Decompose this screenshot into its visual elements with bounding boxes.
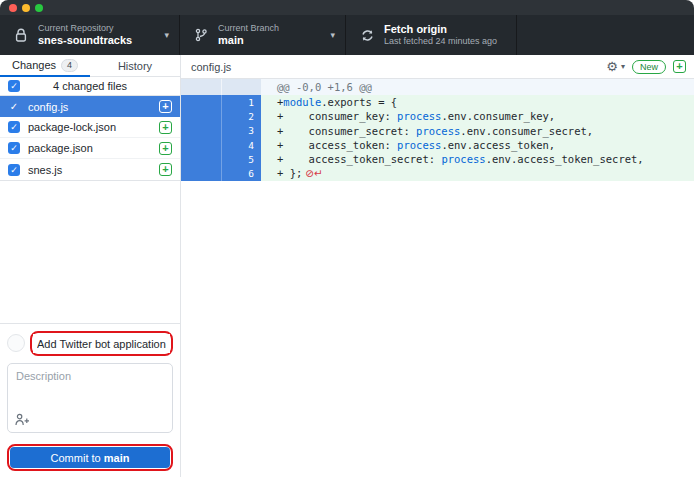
diff-line-code: + consumer_key: process.env.consumer_key… [261, 109, 694, 123]
commit-button-prefix: Commit to [51, 452, 101, 464]
tab-changes[interactable]: Changes 4 [0, 55, 90, 77]
added-status-icon: + [159, 100, 172, 113]
tab-history-label: History [118, 60, 152, 72]
new-file-badge: New [632, 60, 666, 74]
file-row[interactable]: ✓snes.js+ [0, 159, 180, 180]
commit-summary-row [7, 331, 173, 357]
file-name: config.js [28, 101, 151, 113]
diff-line: 5+ access_token_secret: process.env.acce… [181, 152, 694, 166]
tab-changes-label: Changes [12, 59, 56, 71]
diff-line: 3+ consumer_secret: process.env.consumer… [181, 124, 694, 138]
diff-line-gutter[interactable]: 5 [181, 152, 261, 166]
chevron-down-icon: ▾ [164, 30, 169, 40]
commit-button[interactable]: Commit to main [10, 447, 170, 468]
hunk-header-row: @@ -0,0 +1,6 @@ [181, 79, 694, 95]
sidebar-tabs: Changes 4 History [0, 55, 180, 77]
diff-line: 6+ };⊘↵ [181, 166, 694, 180]
commit-summary-input[interactable] [33, 334, 170, 353]
branch-label: Current Branch [218, 23, 324, 34]
changed-files-count: 4 changed files [53, 80, 127, 92]
added-status-icon: + [159, 142, 172, 155]
current-branch-dropdown[interactable]: Current Branch main ▾ [180, 15, 346, 55]
toolbar-filler [517, 15, 694, 55]
file-name: snes.js [28, 164, 151, 176]
chevron-down-icon: ▾ [621, 62, 625, 71]
tab-history[interactable]: History [90, 55, 180, 77]
diff-line-code: + access_token_secret: process.env.acces… [261, 152, 694, 166]
commit-form: Commit to main [0, 323, 180, 477]
diff-header: config.js ⚙▾ New + [181, 55, 694, 79]
branch-name: main [218, 34, 324, 47]
fetch-origin-button[interactable]: Fetch origin Last fetched 24 minutes ago [346, 15, 517, 55]
diff-line-code: +module.exports = { [261, 95, 694, 109]
diff-line-gutter[interactable]: 4 [181, 138, 261, 152]
file-checkbox[interactable]: ✓ [8, 142, 20, 154]
annotation-highlight-commit-button: Commit to main [7, 444, 173, 471]
zoom-button[interactable] [35, 4, 43, 12]
diff-line-code: + consumer_secret: process.env.consumer_… [261, 124, 694, 138]
new-line-number: 6 [248, 168, 254, 179]
diff-line-gutter[interactable]: 3 [181, 124, 261, 138]
hunk-header-text: @@ -0,0 +1,6 @@ [261, 79, 694, 95]
select-all-checkbox[interactable]: ✓ [8, 80, 20, 92]
diff-options-button[interactable]: ⚙▾ [606, 59, 625, 74]
diff-line-code: + access_token: process.env.access_token… [261, 138, 694, 152]
diff-line-gutter[interactable]: 6 [181, 166, 261, 180]
file-name: package.json [28, 142, 151, 154]
diff-line: 4+ access_token: process.env.access_toke… [181, 138, 694, 152]
diff-panel: config.js ⚙▾ New + @@ -0,0 +1,6 @@ 1+mod… [181, 55, 694, 477]
diff-file-name: config.js [191, 61, 606, 73]
commit-description-input[interactable] [7, 363, 173, 433]
diff-view: @@ -0,0 +1,6 @@ 1+module.exports = {2+ c… [181, 79, 694, 477]
diff-line: 2+ consumer_key: process.env.consumer_ke… [181, 109, 694, 123]
fetch-label: Fetch origin [384, 23, 506, 36]
minimize-button[interactable] [22, 4, 30, 12]
added-status-icon: + [159, 121, 172, 134]
added-status-icon: + [159, 163, 172, 176]
repository-label: Current Repository [38, 23, 158, 34]
repository-name: snes-soundtracks [38, 34, 158, 47]
diff-line-gutter[interactable]: 1 [181, 95, 261, 109]
sync-icon [359, 29, 375, 42]
sidebar-empty-space [0, 181, 180, 323]
sidebar: Changes 4 History ✓ 4 changed files ✓con… [0, 55, 181, 477]
new-line-number: 2 [248, 111, 254, 122]
added-file-icon: + [673, 60, 686, 73]
new-line-number: 1 [248, 97, 254, 108]
branch-icon [193, 28, 209, 42]
commit-button-branch: main [104, 452, 130, 464]
current-repository-dropdown[interactable]: Current Repository snes-soundtracks ▾ [0, 15, 180, 55]
content: Changes 4 History ✓ 4 changed files ✓con… [0, 55, 694, 477]
no-newline-icon: ⊘ [305, 167, 314, 179]
annotation-highlight-summary [30, 331, 173, 357]
close-button[interactable] [9, 4, 17, 12]
diff-line: 1+module.exports = { [181, 95, 694, 109]
avatar [7, 334, 25, 352]
new-line-number: 3 [248, 125, 254, 136]
commit-description-wrap [7, 363, 173, 437]
new-line-number: 4 [248, 140, 254, 151]
titlebar [0, 0, 694, 15]
diff-line-code: + };⊘↵ [261, 166, 694, 180]
new-line-number: 5 [248, 154, 254, 165]
changes-count-badge: 4 [61, 59, 78, 72]
file-checkbox[interactable]: ✓ [8, 164, 20, 176]
add-coauthor-icon[interactable] [15, 412, 30, 430]
chevron-down-icon: ▾ [330, 30, 335, 40]
file-checkbox[interactable]: ✓ [8, 101, 20, 113]
hunk-gutter [181, 79, 261, 95]
gear-icon: ⚙ [606, 59, 618, 74]
file-row[interactable]: ✓package-lock.json+ [0, 117, 180, 138]
github-desktop-window: Current Repository snes-soundtracks ▾ Cu… [0, 0, 694, 477]
diff-lines: 1+module.exports = {2+ consumer_key: pro… [181, 95, 694, 181]
lock-icon [13, 28, 29, 42]
return-icon: ↵ [314, 167, 323, 179]
changed-file-list: ✓config.js+✓package-lock.json+✓package.j… [0, 96, 180, 181]
fetch-status: Last fetched 24 minutes ago [384, 36, 506, 47]
file-name: package-lock.json [28, 121, 151, 133]
file-row[interactable]: ✓package.json+ [0, 138, 180, 159]
diff-line-gutter[interactable]: 2 [181, 109, 261, 123]
file-row[interactable]: ✓config.js+ [0, 96, 180, 117]
file-checkbox[interactable]: ✓ [8, 121, 20, 133]
changed-files-header: ✓ 4 changed files [0, 77, 180, 96]
